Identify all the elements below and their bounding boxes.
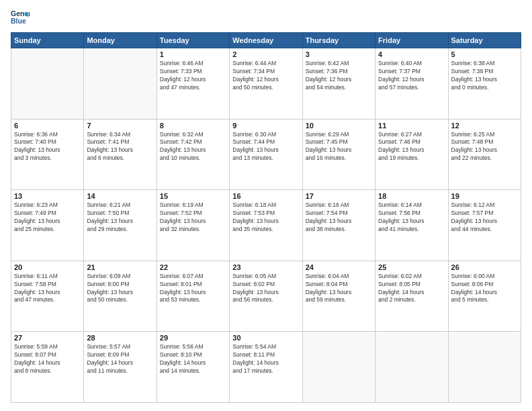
calendar-cell <box>375 332 448 403</box>
day-info: Sunrise: 6:12 AM Sunset: 7:57 PM Dayligh… <box>451 201 518 234</box>
col-header-monday: Monday <box>84 33 157 48</box>
day-info: Sunrise: 6:18 AM Sunset: 7:53 PM Dayligh… <box>232 201 299 234</box>
day-number: 6 <box>14 122 81 130</box>
day-number: 22 <box>160 263 226 271</box>
day-info: Sunrise: 6:38 AM Sunset: 7:38 PM Dayligh… <box>451 60 518 92</box>
day-number: 10 <box>306 122 372 130</box>
calendar-cell: 17Sunrise: 6:16 AM Sunset: 7:54 PM Dayli… <box>302 190 375 261</box>
day-number: 11 <box>378 122 445 130</box>
calendar-cell: 25Sunrise: 6:02 AM Sunset: 8:05 PM Dayli… <box>375 261 448 332</box>
day-info: Sunrise: 6:44 AM Sunset: 7:34 PM Dayligh… <box>232 60 299 92</box>
calendar-cell: 10Sunrise: 6:29 AM Sunset: 7:45 PM Dayli… <box>302 119 375 190</box>
day-number: 1 <box>160 50 226 58</box>
day-info: Sunrise: 6:34 AM Sunset: 7:41 PM Dayligh… <box>87 131 153 163</box>
calendar-cell: 5Sunrise: 6:38 AM Sunset: 7:38 PM Daylig… <box>448 48 521 120</box>
calendar-cell: 7Sunrise: 6:34 AM Sunset: 7:41 PM Daylig… <box>84 119 157 190</box>
calendar-cell: 30Sunrise: 5:54 AM Sunset: 8:11 PM Dayli… <box>230 332 302 403</box>
calendar-cell: 2Sunrise: 6:44 AM Sunset: 7:34 PM Daylig… <box>230 48 302 120</box>
day-info: Sunrise: 6:09 AM Sunset: 8:00 PM Dayligh… <box>87 273 153 305</box>
day-info: Sunrise: 6:21 AM Sunset: 7:50 PM Dayligh… <box>87 201 153 234</box>
day-number: 20 <box>14 263 81 271</box>
calendar-cell: 23Sunrise: 6:05 AM Sunset: 8:02 PM Dayli… <box>230 261 302 332</box>
day-info: Sunrise: 6:23 AM Sunset: 7:49 PM Dayligh… <box>14 201 81 234</box>
day-info: Sunrise: 6:29 AM Sunset: 7:45 PM Dayligh… <box>306 131 372 163</box>
day-number: 26 <box>451 263 518 271</box>
calendar-cell: 12Sunrise: 6:25 AM Sunset: 7:48 PM Dayli… <box>448 119 521 190</box>
header: General Blue <box>11 8 521 27</box>
col-header-wednesday: Wednesday <box>230 33 302 48</box>
calendar-cell: 9Sunrise: 6:30 AM Sunset: 7:44 PM Daylig… <box>230 119 302 190</box>
page: General Blue SundayMondayTuesdayWednesda… <box>0 0 532 411</box>
calendar-table: SundayMondayTuesdayWednesdayThursdayFrid… <box>11 32 521 403</box>
calendar-cell: 16Sunrise: 6:18 AM Sunset: 7:53 PM Dayli… <box>230 190 302 261</box>
day-info: Sunrise: 6:00 AM Sunset: 8:06 PM Dayligh… <box>451 273 518 305</box>
day-info: Sunrise: 6:30 AM Sunset: 7:44 PM Dayligh… <box>232 131 299 163</box>
calendar-cell: 27Sunrise: 5:59 AM Sunset: 8:07 PM Dayli… <box>11 332 84 403</box>
day-info: Sunrise: 6:02 AM Sunset: 8:05 PM Dayligh… <box>378 273 445 305</box>
day-number: 16 <box>232 192 299 200</box>
calendar-cell: 26Sunrise: 6:00 AM Sunset: 8:06 PM Dayli… <box>448 261 521 332</box>
day-info: Sunrise: 5:59 AM Sunset: 8:07 PM Dayligh… <box>14 343 81 375</box>
day-info: Sunrise: 6:25 AM Sunset: 7:48 PM Dayligh… <box>451 131 518 163</box>
day-number: 24 <box>306 263 372 271</box>
svg-text:Blue: Blue <box>11 17 26 25</box>
calendar-cell: 11Sunrise: 6:27 AM Sunset: 7:46 PM Dayli… <box>375 119 448 190</box>
calendar-cell: 1Sunrise: 6:46 AM Sunset: 7:33 PM Daylig… <box>157 48 229 120</box>
day-info: Sunrise: 6:36 AM Sunset: 7:40 PM Dayligh… <box>14 131 81 163</box>
calendar-cell: 3Sunrise: 6:42 AM Sunset: 7:36 PM Daylig… <box>302 48 375 120</box>
day-info: Sunrise: 6:16 AM Sunset: 7:54 PM Dayligh… <box>306 201 372 234</box>
day-number: 19 <box>451 192 518 200</box>
day-info: Sunrise: 6:19 AM Sunset: 7:52 PM Dayligh… <box>160 201 226 234</box>
day-number: 7 <box>87 122 153 130</box>
calendar-cell: 29Sunrise: 5:56 AM Sunset: 8:10 PM Dayli… <box>157 332 229 403</box>
day-number: 18 <box>378 192 445 200</box>
logo-icon: General Blue <box>11 8 30 27</box>
day-number: 25 <box>378 263 445 271</box>
day-number: 21 <box>87 263 153 271</box>
calendar-cell: 28Sunrise: 5:57 AM Sunset: 8:09 PM Dayli… <box>84 332 157 403</box>
day-info: Sunrise: 6:27 AM Sunset: 7:46 PM Dayligh… <box>378 131 445 163</box>
col-header-tuesday: Tuesday <box>157 33 229 48</box>
day-number: 3 <box>306 50 372 58</box>
day-number: 29 <box>160 334 226 342</box>
col-header-saturday: Saturday <box>448 33 521 48</box>
calendar-cell: 8Sunrise: 6:32 AM Sunset: 7:42 PM Daylig… <box>157 119 229 190</box>
day-info: Sunrise: 6:14 AM Sunset: 7:56 PM Dayligh… <box>378 201 445 234</box>
day-number: 23 <box>232 263 299 271</box>
calendar-cell: 13Sunrise: 6:23 AM Sunset: 7:49 PM Dayli… <box>11 190 84 261</box>
day-info: Sunrise: 6:04 AM Sunset: 8:04 PM Dayligh… <box>306 273 372 305</box>
day-number: 8 <box>160 122 226 130</box>
day-info: Sunrise: 5:54 AM Sunset: 8:11 PM Dayligh… <box>232 343 299 375</box>
day-info: Sunrise: 6:11 AM Sunset: 7:58 PM Dayligh… <box>14 273 81 305</box>
day-number: 28 <box>87 334 153 342</box>
day-number: 15 <box>160 192 226 200</box>
calendar-cell: 22Sunrise: 6:07 AM Sunset: 8:01 PM Dayli… <box>157 261 229 332</box>
calendar-cell <box>302 332 375 403</box>
calendar-cell: 21Sunrise: 6:09 AM Sunset: 8:00 PM Dayli… <box>84 261 157 332</box>
day-info: Sunrise: 5:57 AM Sunset: 8:09 PM Dayligh… <box>87 343 153 375</box>
day-info: Sunrise: 6:32 AM Sunset: 7:42 PM Dayligh… <box>160 131 226 163</box>
calendar-cell <box>448 332 521 403</box>
calendar-cell: 18Sunrise: 6:14 AM Sunset: 7:56 PM Dayli… <box>375 190 448 261</box>
calendar-cell: 15Sunrise: 6:19 AM Sunset: 7:52 PM Dayli… <box>157 190 229 261</box>
week-row-5: 27Sunrise: 5:59 AM Sunset: 8:07 PM Dayli… <box>11 332 521 403</box>
calendar-cell: 4Sunrise: 6:40 AM Sunset: 7:37 PM Daylig… <box>375 48 448 120</box>
day-info: Sunrise: 6:40 AM Sunset: 7:37 PM Dayligh… <box>378 60 445 92</box>
day-number: 14 <box>87 192 153 200</box>
calendar-cell: 14Sunrise: 6:21 AM Sunset: 7:50 PM Dayli… <box>84 190 157 261</box>
col-header-thursday: Thursday <box>302 33 375 48</box>
day-number: 30 <box>232 334 299 342</box>
day-info: Sunrise: 6:05 AM Sunset: 8:02 PM Dayligh… <box>232 273 299 305</box>
day-number: 12 <box>451 122 518 130</box>
calendar-cell: 20Sunrise: 6:11 AM Sunset: 7:58 PM Dayli… <box>11 261 84 332</box>
week-row-4: 20Sunrise: 6:11 AM Sunset: 7:58 PM Dayli… <box>11 261 521 332</box>
day-number: 5 <box>451 50 518 58</box>
col-header-sunday: Sunday <box>11 33 84 48</box>
day-info: Sunrise: 6:42 AM Sunset: 7:36 PM Dayligh… <box>306 60 372 92</box>
day-number: 27 <box>14 334 81 342</box>
calendar-cell <box>84 48 157 120</box>
calendar-cell: 6Sunrise: 6:36 AM Sunset: 7:40 PM Daylig… <box>11 119 84 190</box>
day-number: 17 <box>306 192 372 200</box>
calendar-cell <box>11 48 84 120</box>
day-info: Sunrise: 5:56 AM Sunset: 8:10 PM Dayligh… <box>160 343 226 375</box>
